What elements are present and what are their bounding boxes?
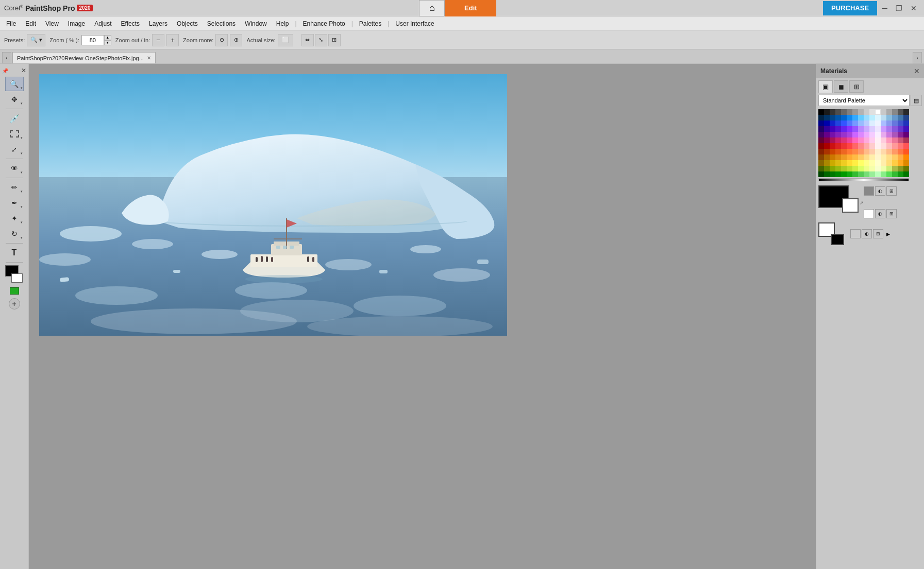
color-cell[interactable] bbox=[835, 109, 841, 115]
color-cell[interactable] bbox=[864, 120, 869, 126]
zoom-more-out-btn[interactable]: ⊖ bbox=[215, 34, 228, 46]
color-cell[interactable] bbox=[886, 109, 892, 115]
menu-edit[interactable]: Edit bbox=[21, 19, 40, 29]
color-cell[interactable] bbox=[864, 115, 869, 120]
color-cell[interactable] bbox=[841, 115, 847, 120]
color-cell[interactable] bbox=[898, 115, 903, 120]
fg-solid-btn[interactable] bbox=[864, 186, 874, 196]
color-cell[interactable] bbox=[898, 126, 903, 132]
color-cell[interactable] bbox=[898, 132, 903, 137]
clone-tool-btn[interactable]: ✒ ▾ bbox=[5, 196, 24, 210]
color-cell[interactable] bbox=[881, 166, 886, 171]
color-cell[interactable] bbox=[898, 154, 903, 160]
color-cell[interactable] bbox=[841, 120, 847, 126]
color-cell[interactable] bbox=[892, 154, 898, 160]
color-cell[interactable] bbox=[869, 149, 875, 154]
color-cell[interactable] bbox=[886, 154, 892, 160]
color-cell[interactable] bbox=[903, 143, 909, 149]
color-cell[interactable] bbox=[835, 149, 841, 154]
color-cell[interactable] bbox=[824, 160, 830, 166]
color-cell[interactable] bbox=[852, 154, 858, 160]
color-cell[interactable] bbox=[830, 137, 835, 143]
move-tool-btn[interactable]: ⤢ ▾ bbox=[5, 142, 24, 157]
pattern-tab[interactable]: ⊞ bbox=[849, 80, 864, 93]
color-cell[interactable] bbox=[903, 160, 909, 166]
color-cell[interactable] bbox=[818, 166, 824, 171]
color-cell[interactable] bbox=[864, 166, 869, 171]
align-left-btn[interactable]: ⇔ bbox=[301, 34, 314, 46]
bottom-gradient-btn[interactable]: ◐ bbox=[862, 229, 872, 238]
color-cell[interactable] bbox=[881, 143, 886, 149]
color-cell[interactable] bbox=[841, 149, 847, 154]
color-cell[interactable] bbox=[864, 132, 869, 137]
color-cell[interactable] bbox=[869, 126, 875, 132]
color-cell[interactable] bbox=[903, 149, 909, 154]
color-cell[interactable] bbox=[852, 143, 858, 149]
color-cell[interactable] bbox=[835, 137, 841, 143]
color-cell[interactable] bbox=[864, 126, 869, 132]
color-cell[interactable] bbox=[830, 109, 835, 115]
eyedropper-tool-btn[interactable]: 💉 bbox=[5, 111, 24, 126]
color-cell[interactable] bbox=[881, 171, 886, 177]
color-cell[interactable] bbox=[835, 120, 841, 126]
bg-solid-btn[interactable] bbox=[864, 209, 874, 218]
color-cell[interactable] bbox=[818, 154, 824, 160]
color-cell[interactable] bbox=[886, 160, 892, 166]
color-cell[interactable] bbox=[875, 171, 881, 177]
color-cell[interactable] bbox=[824, 171, 830, 177]
color-cell[interactable] bbox=[830, 120, 835, 126]
color-cell[interactable] bbox=[886, 171, 892, 177]
color-cell[interactable] bbox=[852, 166, 858, 171]
color-cell[interactable] bbox=[824, 126, 830, 132]
color-cell[interactable] bbox=[847, 149, 852, 154]
color-cell[interactable] bbox=[903, 120, 909, 126]
zoom-in-btn[interactable]: + bbox=[166, 34, 179, 46]
color-cell[interactable] bbox=[875, 166, 881, 171]
materials-close-btn[interactable]: ✕ bbox=[914, 67, 920, 75]
color-cell[interactable] bbox=[841, 126, 847, 132]
menu-window[interactable]: Window bbox=[241, 19, 271, 29]
color-cell[interactable] bbox=[824, 109, 830, 115]
color-cell[interactable] bbox=[824, 132, 830, 137]
fg-pattern-btn[interactable]: ⊞ bbox=[886, 186, 897, 196]
color-cell[interactable] bbox=[903, 132, 909, 137]
color-cell[interactable] bbox=[830, 154, 835, 160]
color-cell[interactable] bbox=[818, 126, 824, 132]
color-cell[interactable] bbox=[875, 137, 881, 143]
color-cell[interactable] bbox=[835, 171, 841, 177]
color-cell[interactable] bbox=[881, 126, 886, 132]
menu-image[interactable]: Image bbox=[64, 19, 89, 29]
text-tool-btn[interactable]: T bbox=[5, 246, 24, 260]
palette-settings-btn[interactable]: ▤ bbox=[911, 95, 922, 106]
color-cell[interactable] bbox=[869, 143, 875, 149]
color-cell[interactable] bbox=[841, 154, 847, 160]
color-cell[interactable] bbox=[864, 149, 869, 154]
color-cell[interactable] bbox=[898, 143, 903, 149]
minimize-button[interactable]: ─ bbox=[879, 3, 891, 13]
color-cell[interactable] bbox=[892, 115, 898, 120]
color-cell[interactable] bbox=[881, 115, 886, 120]
color-cell[interactable] bbox=[852, 132, 858, 137]
color-cell[interactable] bbox=[830, 143, 835, 149]
color-cell[interactable] bbox=[830, 149, 835, 154]
color-cell[interactable] bbox=[824, 120, 830, 126]
color-cell[interactable] bbox=[841, 132, 847, 137]
color-cell[interactable] bbox=[818, 160, 824, 166]
color-cell[interactable] bbox=[864, 137, 869, 143]
color-cell[interactable] bbox=[824, 149, 830, 154]
color-cell[interactable] bbox=[852, 137, 858, 143]
color-cell[interactable] bbox=[852, 149, 858, 154]
color-cell[interactable] bbox=[886, 137, 892, 143]
panel-pin-icon[interactable]: 📌 bbox=[2, 68, 8, 74]
color-cell[interactable] bbox=[864, 171, 869, 177]
tab-nav-left[interactable]: ‹ bbox=[2, 52, 11, 63]
color-cell[interactable] bbox=[869, 166, 875, 171]
color-cell[interactable] bbox=[818, 149, 824, 154]
color-cell[interactable] bbox=[858, 115, 864, 120]
color-cell[interactable] bbox=[898, 137, 903, 143]
bottom-pattern-btn[interactable]: ⊞ bbox=[873, 229, 883, 238]
color-cell[interactable] bbox=[824, 166, 830, 171]
color-cell[interactable] bbox=[881, 149, 886, 154]
color-cell[interactable] bbox=[852, 171, 858, 177]
color-cell[interactable] bbox=[858, 137, 864, 143]
